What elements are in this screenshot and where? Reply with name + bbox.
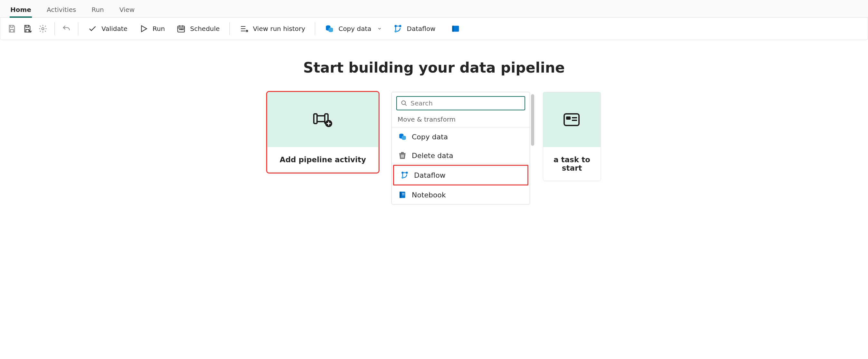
menu-delete-data[interactable]: Delete data [392, 146, 530, 165]
svg-rect-23 [400, 192, 401, 198]
svg-point-8 [394, 25, 397, 27]
separator [315, 22, 315, 35]
notebook-icon [398, 191, 407, 199]
tab-view[interactable]: View [119, 3, 135, 18]
menu-copy-data[interactable]: Copy data [392, 128, 530, 146]
search-box[interactable] [396, 96, 525, 110]
save-as-button[interactable] [20, 22, 35, 35]
svg-point-9 [399, 25, 401, 27]
canvas: Start building your data pipeline Add pi… [0, 40, 868, 204]
toolbar: Validate Run Schedule View run history C… [0, 18, 868, 40]
more-button[interactable] [448, 22, 463, 35]
svg-point-2 [180, 29, 180, 30]
menu-label: Copy data [412, 133, 448, 141]
menu-dataflow[interactable]: Dataflow [393, 165, 528, 186]
svg-point-3 [181, 29, 182, 30]
svg-point-10 [394, 30, 397, 33]
dataflow-icon [401, 171, 409, 180]
svg-point-16 [402, 101, 406, 105]
settings-button[interactable] [35, 22, 51, 35]
copy-data-label: Copy data [338, 25, 371, 33]
tab-home[interactable]: Home [10, 3, 32, 18]
task-card[interactable]: a task to start [543, 92, 601, 181]
start-cards: Add pipeline activity Move & transform C… [6, 92, 862, 204]
menu-label: Delete data [412, 151, 453, 160]
svg-point-0 [42, 28, 44, 30]
svg-point-4 [183, 29, 183, 30]
view-run-history-button[interactable]: View run history [234, 21, 311, 36]
template-icon [563, 112, 581, 128]
ribbon-tabs: Home Activities Run View [0, 0, 868, 18]
dataflow-label: Dataflow [407, 25, 436, 33]
activity-search-popup: Move & transform Copy data Delete data D… [392, 92, 530, 204]
undo-button[interactable] [59, 22, 74, 35]
svg-point-19 [401, 172, 404, 174]
run-label: Run [153, 25, 165, 33]
svg-point-21 [401, 176, 404, 179]
save-button[interactable] [4, 22, 20, 35]
separator [78, 22, 78, 35]
card-image [268, 92, 378, 147]
scrollbar[interactable] [531, 94, 534, 146]
database-icon [398, 133, 407, 141]
menu-label: Notebook [412, 191, 446, 199]
schedule-label: Schedule [190, 25, 220, 33]
svg-rect-25 [566, 116, 570, 120]
card-image [543, 92, 600, 147]
run-button[interactable]: Run [133, 21, 171, 36]
card-label: a task to start [543, 147, 600, 181]
svg-rect-13 [314, 114, 317, 123]
separator [55, 22, 55, 35]
dataflow-button[interactable]: Dataflow [388, 21, 441, 36]
svg-rect-12 [452, 26, 454, 32]
search-icon [401, 100, 407, 107]
schedule-button[interactable]: Schedule [171, 21, 225, 36]
add-pipeline-activity-card[interactable]: Add pipeline activity [267, 92, 379, 172]
menu-label: Dataflow [414, 171, 445, 180]
trash-icon [398, 151, 407, 160]
separator [229, 22, 230, 35]
copy-data-button[interactable]: Copy data [319, 21, 387, 36]
card-label: Add pipeline activity [268, 147, 378, 172]
page-heading: Start building your data pipeline [6, 59, 862, 76]
tab-activities[interactable]: Activities [46, 3, 77, 18]
svg-point-20 [406, 172, 408, 174]
menu-notebook[interactable]: Notebook [392, 186, 530, 204]
validate-button[interactable]: Validate [82, 21, 133, 36]
group-header: Move & transform [392, 114, 530, 128]
view-run-history-label: View run history [253, 25, 305, 33]
search-input[interactable] [410, 99, 521, 107]
validate-label: Validate [101, 25, 128, 33]
pipeline-activity-icon [313, 112, 333, 128]
chevron-down-icon [377, 26, 382, 31]
tab-run[interactable]: Run [91, 3, 104, 18]
